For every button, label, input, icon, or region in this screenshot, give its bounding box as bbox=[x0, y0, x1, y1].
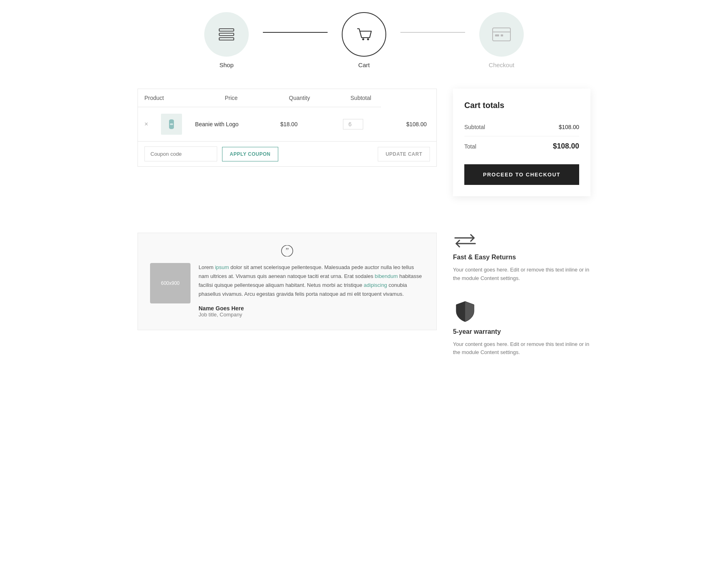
cart-table-wrapper: Product Price Quantity Subtotal × bbox=[138, 89, 437, 167]
checkout-steps: Shop Cart Che bbox=[0, 0, 728, 76]
step-connector-2 bbox=[400, 32, 465, 33]
subtotal-row: Subtotal $108.00 bbox=[464, 118, 579, 136]
total-label: Total bbox=[464, 143, 476, 150]
subtotal-value: $108.00 bbox=[559, 124, 579, 130]
svg-point-4 bbox=[367, 38, 369, 40]
feature-warranty: 5-year warranty Your content goes here. … bbox=[453, 299, 590, 357]
main-content: Product Price Quantity Subtotal × bbox=[0, 76, 728, 208]
product-image-cell bbox=[154, 107, 188, 142]
cart-actions: APPLY COUPON UPDATE CART bbox=[138, 142, 437, 167]
quantity-cell bbox=[325, 107, 381, 142]
step-shop-circle bbox=[204, 12, 249, 57]
feature-returns: Fast & Easy Returns Your content goes he… bbox=[453, 233, 590, 283]
svg-rect-7 bbox=[495, 34, 499, 36]
step-checkout[interactable]: Checkout bbox=[465, 12, 538, 68]
step-cart[interactable]: Cart bbox=[328, 12, 400, 68]
product-price: $18.00 bbox=[274, 107, 325, 142]
apply-coupon-button[interactable]: APPLY COUPON bbox=[222, 147, 278, 161]
author-name: Name Goes Here bbox=[199, 305, 424, 312]
col-subtotal: Subtotal bbox=[325, 89, 381, 107]
warranty-icon bbox=[453, 299, 477, 323]
testimonial-body: 600x900 Lorem ipsum dolor sit amet scele… bbox=[150, 263, 424, 318]
quote-icon: ” bbox=[150, 245, 424, 257]
cart-table: Product Price Quantity Subtotal × bbox=[138, 89, 437, 142]
step-checkout-circle bbox=[479, 12, 524, 57]
svg-rect-1 bbox=[219, 33, 234, 36]
testimonial-content: Lorem ipsum dolor sit amet scelerisque p… bbox=[199, 263, 424, 318]
features-panel: Fast & Easy Returns Your content goes he… bbox=[453, 233, 590, 373]
testimonial-link-2[interactable]: bibendum bbox=[375, 273, 398, 279]
testimonial-box: ” 600x900 Lorem ipsum dolor sit amet sce… bbox=[138, 233, 437, 330]
feature-returns-title: Fast & Easy Returns bbox=[453, 254, 516, 261]
cart-totals-title: Cart totals bbox=[464, 101, 579, 110]
cart-totals-panel: Cart totals Subtotal $108.00 Total $108.… bbox=[453, 89, 590, 196]
svg-rect-8 bbox=[501, 34, 503, 36]
author-title: Job title, Company bbox=[199, 312, 424, 318]
step-checkout-label: Checkout bbox=[489, 62, 514, 68]
svg-text:”: ” bbox=[286, 247, 289, 255]
product-name: Beanie with Logo bbox=[188, 107, 274, 142]
feature-warranty-desc: Your content goes here. Edit or remove t… bbox=[453, 340, 590, 357]
svg-point-3 bbox=[362, 38, 364, 40]
testimonial-link-1[interactable]: ipsum bbox=[215, 264, 229, 270]
product-subtotal: $108.00 bbox=[381, 107, 437, 142]
table-row: × Beanie with Logo $18.00 bbox=[138, 107, 437, 142]
coupon-input[interactable] bbox=[144, 146, 217, 161]
step-shop-label: Shop bbox=[219, 62, 233, 68]
col-price: Price bbox=[188, 89, 274, 107]
total-row: Total $108.00 bbox=[464, 136, 579, 156]
svg-rect-2 bbox=[219, 38, 234, 40]
subtotal-label: Subtotal bbox=[464, 124, 485, 130]
testimonial-link-3[interactable]: adipiscing bbox=[364, 282, 387, 288]
product-image bbox=[161, 114, 182, 135]
bottom-content: ” 600x900 Lorem ipsum dolor sit amet sce… bbox=[0, 208, 728, 389]
feature-warranty-title: 5-year warranty bbox=[453, 328, 501, 335]
svg-rect-9 bbox=[170, 123, 173, 125]
col-quantity: Quantity bbox=[274, 89, 325, 107]
remove-item-btn[interactable]: × bbox=[138, 107, 155, 142]
feature-returns-desc: Your content goes here. Edit or remove t… bbox=[453, 266, 590, 283]
avatar: 600x900 bbox=[150, 263, 190, 303]
proceed-to-checkout-button[interactable]: PROCEED TO CHECKOUT bbox=[464, 164, 579, 185]
testimonial-author: Name Goes Here Job title, Company bbox=[199, 305, 424, 318]
update-cart-button[interactable]: UPDATE CART bbox=[378, 147, 430, 161]
svg-rect-0 bbox=[219, 29, 234, 31]
step-connector-1 bbox=[263, 32, 328, 33]
step-cart-label: Cart bbox=[358, 62, 370, 68]
returns-icon bbox=[453, 233, 477, 249]
step-cart-circle bbox=[342, 12, 386, 57]
quantity-input[interactable] bbox=[343, 119, 363, 129]
total-value: $108.00 bbox=[553, 142, 579, 151]
step-shop[interactable]: Shop bbox=[190, 12, 263, 68]
col-product: Product bbox=[138, 89, 189, 107]
testimonial-text: Lorem ipsum dolor sit amet scelerisque p… bbox=[199, 263, 424, 299]
